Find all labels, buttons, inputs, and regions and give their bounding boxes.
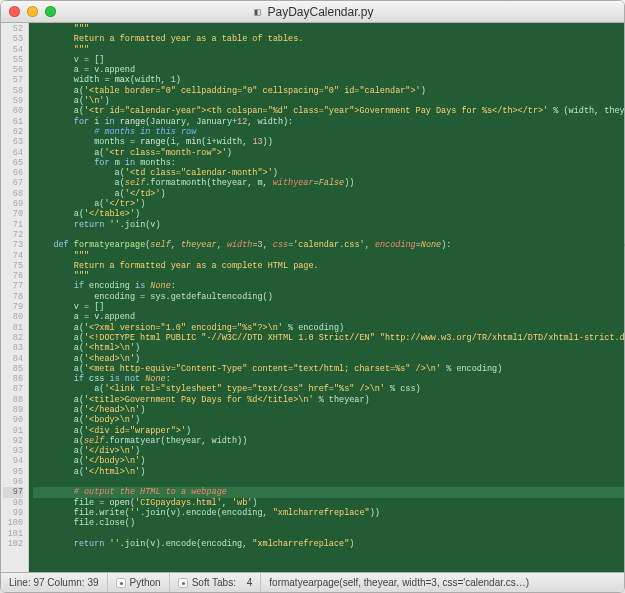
- code-line[interactable]: a('<tr id="calendar-year"><th colspan="%…: [33, 106, 624, 116]
- line-number[interactable]: 66: [3, 168, 23, 178]
- line-number[interactable]: 78: [3, 292, 23, 302]
- line-number[interactable]: 71: [3, 220, 23, 230]
- code-line[interactable]: for i in range(January, January+12, widt…: [33, 117, 624, 127]
- code-line[interactable]: return ''.join(v).encode(encoding, "xmlc…: [33, 539, 624, 549]
- line-number[interactable]: 86: [3, 374, 23, 384]
- code-line[interactable]: a('<tr class="month-row">'): [33, 148, 624, 158]
- code-line[interactable]: # months in this row: [33, 127, 624, 137]
- line-number[interactable]: 64: [3, 148, 23, 158]
- line-number[interactable]: 79: [3, 302, 23, 312]
- code-line[interactable]: a(self.formatmonth(theyear, m, withyear=…: [33, 178, 624, 188]
- line-number[interactable]: 96: [3, 477, 23, 487]
- line-number[interactable]: 59: [3, 96, 23, 106]
- code-line[interactable]: a('<!DOCTYPE html PUBLIC "-//W3C//DTD XH…: [33, 333, 624, 343]
- code-line[interactable]: a('<table border="0" cellpadding="0" cel…: [33, 86, 624, 96]
- status-symbol[interactable]: formatyearpage(self, theyear, width=3, c…: [261, 573, 624, 592]
- code-line[interactable]: """: [33, 24, 624, 34]
- code-line[interactable]: [33, 230, 624, 240]
- code-line[interactable]: encoding = sys.getdefaultencoding(): [33, 292, 624, 302]
- line-number[interactable]: 84: [3, 354, 23, 364]
- line-number[interactable]: 97: [3, 487, 23, 497]
- code-line[interactable]: [33, 529, 624, 539]
- code-line[interactable]: a('</head>\n'): [33, 405, 624, 415]
- line-number[interactable]: 81: [3, 323, 23, 333]
- line-number[interactable]: 102: [3, 539, 23, 549]
- code-line[interactable]: file.write(''.join(v).encode(encoding, "…: [33, 508, 624, 518]
- code-line[interactable]: a('<div id="wrapper">'): [33, 426, 624, 436]
- line-number[interactable]: 101: [3, 529, 23, 539]
- line-number[interactable]: 68: [3, 189, 23, 199]
- close-button[interactable]: [9, 6, 20, 17]
- line-number[interactable]: 82: [3, 333, 23, 343]
- line-number[interactable]: 70: [3, 209, 23, 219]
- line-number[interactable]: 77: [3, 281, 23, 291]
- code-line[interactable]: a('<meta http-equiv="Content-Type" conte…: [33, 364, 624, 374]
- line-number[interactable]: 93: [3, 446, 23, 456]
- code-line[interactable]: a('\n'): [33, 96, 624, 106]
- code-line[interactable]: if encoding is None:: [33, 281, 624, 291]
- code-line[interactable]: width = max(width, 1): [33, 75, 624, 85]
- line-number[interactable]: 88: [3, 395, 23, 405]
- line-number[interactable]: 65: [3, 158, 23, 168]
- line-number[interactable]: 62: [3, 127, 23, 137]
- line-gutter[interactable]: 5253545556575859606162636465666768697071…: [1, 23, 29, 572]
- editor-area[interactable]: 5253545556575859606162636465666768697071…: [1, 23, 624, 572]
- code-line[interactable]: a('<?xml version="1.0" encoding="%s"?>\n…: [33, 323, 624, 333]
- code-line[interactable]: file.close(): [33, 518, 624, 528]
- line-number[interactable]: 90: [3, 415, 23, 425]
- code-line[interactable]: a('</tr>'): [33, 199, 624, 209]
- code-line[interactable]: [33, 477, 624, 487]
- code-line[interactable]: a = v.append: [33, 312, 624, 322]
- line-number[interactable]: 57: [3, 75, 23, 85]
- line-number[interactable]: 74: [3, 251, 23, 261]
- code-line[interactable]: file = open('CIGpaydays.html', 'wb'): [33, 498, 624, 508]
- line-number[interactable]: 73▸: [3, 240, 23, 250]
- code-line[interactable]: a('</html>\n'): [33, 467, 624, 477]
- line-number[interactable]: 92: [3, 436, 23, 446]
- line-number[interactable]: 72: [3, 230, 23, 240]
- code-line[interactable]: a('</td>'): [33, 189, 624, 199]
- code-line[interactable]: """: [33, 251, 624, 261]
- line-number[interactable]: 56: [3, 65, 23, 75]
- code-line[interactable]: if css is not None:: [33, 374, 624, 384]
- line-number[interactable]: 99: [3, 508, 23, 518]
- line-number[interactable]: 67: [3, 178, 23, 188]
- code-area[interactable]: """ Return a formatted year as a table o…: [29, 23, 624, 572]
- code-line[interactable]: a('<head>\n'): [33, 354, 624, 364]
- code-line[interactable]: for m in months:: [33, 158, 624, 168]
- code-line[interactable]: def formatyearpage(self, theyear, width=…: [33, 240, 624, 250]
- code-line[interactable]: a('<body>\n'): [33, 415, 624, 425]
- code-line[interactable]: """: [33, 271, 624, 281]
- line-number[interactable]: 91: [3, 426, 23, 436]
- line-number[interactable]: 55: [3, 55, 23, 65]
- line-number[interactable]: 60: [3, 106, 23, 116]
- code-line[interactable]: return ''.join(v): [33, 220, 624, 230]
- minimize-button[interactable]: [27, 6, 38, 17]
- line-number[interactable]: 83: [3, 343, 23, 353]
- code-line[interactable]: v = []: [33, 302, 624, 312]
- line-number[interactable]: 95: [3, 467, 23, 477]
- line-number[interactable]: 63: [3, 137, 23, 147]
- code-line[interactable]: Return a formatted year as a table of ta…: [33, 34, 624, 44]
- line-number[interactable]: 75: [3, 261, 23, 271]
- code-line[interactable]: a('</table>'): [33, 209, 624, 219]
- code-line[interactable]: months = range(i, min(i+width, 13)): [33, 137, 624, 147]
- titlebar[interactable]: ◧ PayDayCalendar.py: [1, 1, 624, 23]
- code-line[interactable]: a('<link rel="stylesheet" type="text/css…: [33, 384, 624, 394]
- code-line[interactable]: # output the HTML to a webpage: [33, 487, 624, 497]
- line-number[interactable]: 80: [3, 312, 23, 322]
- line-number[interactable]: 94: [3, 456, 23, 466]
- line-number[interactable]: 76: [3, 271, 23, 281]
- line-number[interactable]: 52: [3, 24, 23, 34]
- line-number[interactable]: 85: [3, 364, 23, 374]
- code-line[interactable]: a('<td class="calendar-month">'): [33, 168, 624, 178]
- status-position[interactable]: Line: 97 Column: 39: [1, 573, 108, 592]
- line-number[interactable]: 89: [3, 405, 23, 415]
- line-number[interactable]: 58: [3, 86, 23, 96]
- code-line[interactable]: a = v.append: [33, 65, 624, 75]
- line-number[interactable]: 98: [3, 498, 23, 508]
- line-number[interactable]: 87: [3, 384, 23, 394]
- code-line[interactable]: Return a formatted year as a complete HT…: [33, 261, 624, 271]
- line-number[interactable]: 61: [3, 117, 23, 127]
- line-number[interactable]: 100: [3, 518, 23, 528]
